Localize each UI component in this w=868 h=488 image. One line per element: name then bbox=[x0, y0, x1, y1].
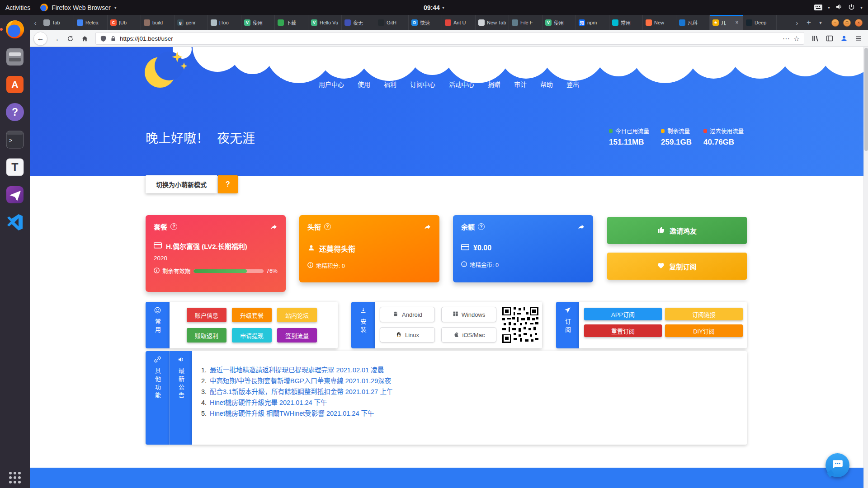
sidebar-icon[interactable] bbox=[823, 33, 835, 45]
shield-icon[interactable] bbox=[100, 35, 107, 42]
maximize-button[interactable]: □ bbox=[843, 19, 851, 27]
dock-item-ubuntu-software[interactable]: A bbox=[4, 74, 26, 95]
dock-item-firefox[interactable] bbox=[4, 19, 26, 40]
linux-button[interactable]: Linux bbox=[380, 327, 435, 343]
header-nav-item[interactable]: 活动中心 bbox=[449, 80, 474, 89]
chat-widget-button[interactable] bbox=[826, 453, 849, 477]
mode-switch-button[interactable]: 切换为小萌新模式 bbox=[146, 175, 217, 193]
header-nav-item[interactable]: 帮助 bbox=[540, 80, 553, 89]
quick-action-button[interactable]: 账户信息 bbox=[187, 308, 226, 322]
forward-button[interactable]: → bbox=[50, 33, 62, 45]
app-menu-button[interactable]: Firefox Web Browser ▾ bbox=[40, 4, 116, 11]
browser-tab[interactable]: [Too bbox=[208, 15, 241, 30]
activities-button[interactable]: Activities bbox=[5, 4, 30, 11]
share-icon[interactable] bbox=[270, 223, 278, 230]
browser-tab[interactable]: g genr bbox=[175, 15, 208, 30]
announcement-link[interactable]: 中高短期/中等長期套餐新增BGP入口華東專線 2021.01.29深夜 bbox=[210, 375, 391, 386]
subscribe-button[interactable]: 重置订阅 bbox=[584, 324, 662, 337]
browser-tab[interactable]: 凡科 bbox=[676, 15, 710, 30]
bookmark-star-icon[interactable]: ☆ bbox=[793, 34, 800, 43]
browser-tab[interactable]: 下载 bbox=[275, 15, 308, 30]
mode-help-button[interactable]: ? bbox=[218, 175, 238, 193]
reload-button[interactable] bbox=[64, 33, 76, 45]
system-tray[interactable]: ▾ ▾ bbox=[814, 3, 863, 12]
close-button[interactable]: × bbox=[855, 19, 863, 27]
quick-action-button[interactable]: 站内论坛 bbox=[277, 308, 317, 322]
browser-tab[interactable]: D 快速 bbox=[409, 15, 442, 30]
browser-tab[interactable]: Relea bbox=[74, 15, 108, 30]
dock-item-terminal[interactable]: >_ bbox=[4, 129, 26, 150]
account-icon[interactable] bbox=[838, 33, 850, 45]
library-icon[interactable] bbox=[809, 33, 821, 45]
header-nav-item[interactable]: 登出 bbox=[566, 80, 579, 89]
browser-tab[interactable]: C [Ub bbox=[108, 15, 141, 30]
url-bar[interactable]: https://j01.best/user ⋯ ☆ bbox=[95, 32, 804, 45]
tab-install[interactable]: 安装 bbox=[351, 302, 375, 348]
browser-tab[interactable]: File F bbox=[509, 15, 542, 30]
dock-item-help[interactable]: ? bbox=[4, 101, 26, 123]
android-button[interactable]: Android bbox=[380, 307, 435, 322]
quick-action-button[interactable]: 赚取返利 bbox=[187, 328, 226, 343]
browser-tab[interactable]: V Hello Vu bbox=[308, 15, 342, 30]
invite-button[interactable]: 邀请鸡友 bbox=[607, 217, 747, 244]
announcement-link[interactable]: Hinet機房硬件升級完畢 2021.01.24 下午 bbox=[210, 397, 327, 408]
show-applications-button[interactable] bbox=[9, 472, 21, 483]
minimize-button[interactable]: − bbox=[831, 19, 839, 27]
clock-button[interactable]: 09:44 ▾ bbox=[424, 4, 444, 11]
header-nav-item[interactable]: 订阅中心 bbox=[410, 80, 435, 89]
help-circle-icon[interactable]: ? bbox=[478, 223, 485, 230]
quick-action-button[interactable]: 升级套餐 bbox=[232, 308, 272, 322]
windows-button[interactable]: Windows bbox=[441, 307, 496, 322]
subscribe-button[interactable]: 订阅链接 bbox=[665, 308, 743, 320]
share-icon[interactable] bbox=[424, 223, 431, 230]
header-nav-item[interactable]: 使用 bbox=[358, 80, 370, 89]
subscribe-button[interactable]: APP订阅 bbox=[584, 308, 662, 320]
browser-tab[interactable]: 知 npm bbox=[576, 15, 609, 30]
dock-item-vscode[interactable] bbox=[4, 211, 26, 233]
browser-tab[interactable]: New Tab bbox=[476, 15, 509, 30]
ios-mac-button[interactable]: iOS/Mac bbox=[441, 327, 496, 343]
scrollbar-thumb[interactable] bbox=[864, 48, 868, 151]
browser-tab[interactable]: GitH bbox=[375, 15, 409, 30]
browser-tab[interactable]: V 使用 bbox=[241, 15, 275, 30]
page-scrollbar[interactable] bbox=[863, 47, 868, 488]
header-nav-item[interactable]: 捐赠 bbox=[488, 80, 500, 89]
home-button[interactable] bbox=[79, 33, 91, 45]
help-circle-icon[interactable]: ? bbox=[170, 223, 177, 230]
browser-tab[interactable]: Tab bbox=[41, 15, 74, 30]
announcement-link[interactable]: 最近一批地精邀請返利提現已提現處理完畢 2021.02.01 凌晨 bbox=[210, 365, 384, 375]
page-actions-icon[interactable]: ⋯ bbox=[783, 34, 790, 43]
browser-tab[interactable]: 夜无 bbox=[342, 15, 375, 30]
dock-item-send-app[interactable] bbox=[4, 184, 26, 206]
header-nav-item[interactable]: 福利 bbox=[384, 80, 396, 89]
browser-tab[interactable]: Deep bbox=[743, 15, 777, 30]
quick-action-button[interactable]: 申请提现 bbox=[232, 328, 272, 343]
announcement-link[interactable]: Hinet機房硬件升級 相關TWHinet受影響 2021.01.24 下午 bbox=[210, 408, 374, 419]
list-all-tabs-button[interactable]: ▾ bbox=[815, 15, 826, 30]
tab-common-actions[interactable]: 常用 bbox=[146, 302, 170, 348]
browser-tab[interactable]: V 使用 bbox=[542, 15, 576, 30]
quick-action-button[interactable]: 签到流量 bbox=[277, 328, 317, 343]
browser-tab[interactable]: ★ 几 bbox=[710, 15, 743, 30]
scroll-tabs-left-button[interactable]: ‹ bbox=[30, 15, 41, 30]
browser-tab[interactable]: Ant U bbox=[442, 15, 476, 30]
subscribe-button[interactable]: DIY订阅 bbox=[665, 324, 743, 337]
tab-subscribe[interactable]: 订阅 bbox=[556, 302, 579, 348]
scroll-tabs-right-button[interactable]: › bbox=[792, 15, 802, 30]
announcement-link[interactable]: 配合3.1新版本升級，所有餘額調整到抵扣金幣 2021.01.27 上午 bbox=[210, 386, 393, 397]
help-circle-icon[interactable]: ? bbox=[324, 223, 331, 230]
tab-other-features[interactable]: 其他功能 bbox=[146, 351, 170, 445]
dock-item-text-editor[interactable]: T bbox=[4, 156, 26, 178]
tab-latest-news[interactable]: 最新公告 bbox=[170, 351, 192, 445]
browser-tab[interactable]: New bbox=[643, 15, 676, 30]
url-text[interactable]: https://j01.best/user bbox=[120, 35, 779, 42]
header-nav-item[interactable]: 审计 bbox=[514, 80, 527, 89]
menu-icon[interactable] bbox=[852, 33, 864, 45]
header-nav-item[interactable]: 用户中心 bbox=[319, 80, 344, 89]
lock-icon[interactable] bbox=[110, 36, 116, 42]
dock-item-files[interactable] bbox=[4, 46, 26, 68]
share-icon[interactable] bbox=[578, 223, 585, 230]
browser-tab[interactable]: build bbox=[141, 15, 175, 30]
copy-subscription-button[interactable]: 复制订阅 bbox=[607, 253, 747, 280]
browser-tab[interactable]: 常用 bbox=[609, 15, 643, 30]
